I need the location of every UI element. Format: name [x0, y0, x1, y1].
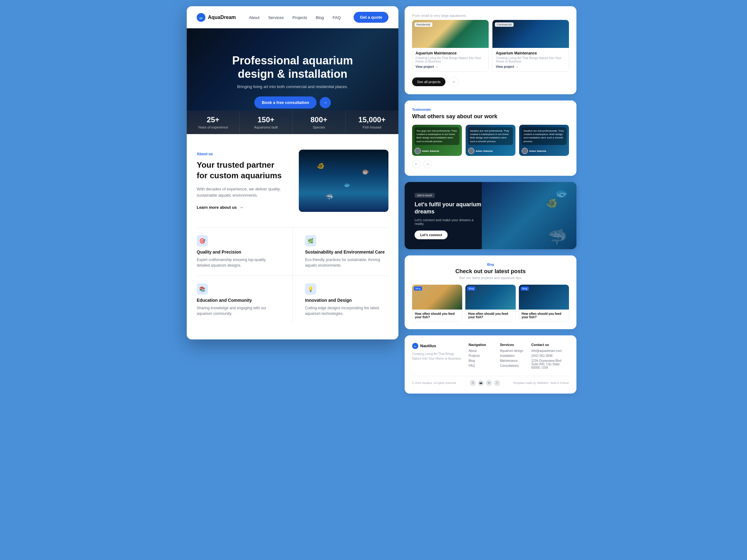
feature-innovation-title: Innovation and Design — [305, 298, 388, 303]
testimonial-avatar-row-2: Adam Sabeela — [468, 148, 493, 154]
blog-badge-1: Blog — [414, 287, 422, 291]
view-project-commercial[interactable]: View project → — [496, 65, 566, 69]
footer-logo-icon: 🐟 — [412, 343, 418, 349]
stat-number-species: 800+ — [299, 115, 339, 124]
blog-image-1: Blog — [412, 285, 462, 310]
facebook-icon[interactable]: f — [494, 380, 500, 386]
learn-more-arrow: → — [239, 205, 243, 210]
project-name-commercial: Aquarium Maintenance — [496, 51, 566, 55]
cta-subtitle: Let's connect and make your dreams a rea… — [415, 218, 483, 225]
nav-projects[interactable]: Projects — [292, 15, 307, 20]
about-text-col: About us Your trusted partner for custom… — [197, 152, 286, 210]
cta-content: Get in touch Let's fulfil your aquarium … — [415, 192, 483, 239]
cta-background: 🐟 🐠 🦈 — [482, 182, 576, 249]
stat-label-fish: Fish housed — [352, 125, 392, 129]
blog-title: Check out our latest posts — [412, 268, 569, 275]
nav-faq[interactable]: FAQ — [333, 15, 341, 20]
nav-links: About Services Projects Blog FAQ — [249, 15, 341, 20]
hero-subtitle: Bringing living art into both commercial… — [215, 84, 370, 89]
fish-icon-1: 🐠 — [317, 162, 325, 169]
cta-tag: Get in touch — [415, 193, 435, 198]
lets-connect-button[interactable]: Let's connect — [415, 231, 447, 239]
learn-more-link[interactable]: Learn more about us → — [197, 205, 286, 210]
cta-title: Let's fulfil your aquarium dreams — [415, 201, 483, 216]
footer-nav-about[interactable]: About — [468, 349, 494, 352]
footer-service-consultations[interactable]: Consultations — [500, 364, 525, 367]
stat-experience: 25+ Years of experience — [187, 110, 240, 134]
about-image: 🐠 🐟 🐡 🦈 — [299, 150, 388, 212]
get-quote-button[interactable]: Get a quote — [354, 12, 388, 23]
stat-fish: 15,000+ Fish housed — [345, 110, 398, 134]
projects-section: From small to very large aquariums. Resi… — [405, 6, 576, 94]
stat-number-experience: 25+ — [193, 115, 233, 124]
quality-icon: 🎯 — [197, 235, 208, 246]
testimonial-prev-button[interactable]: ← — [412, 160, 421, 168]
footer-nav-col: Navigation About Projects Blog FAQ — [468, 343, 494, 371]
footer-service-installation[interactable]: Installation — [500, 354, 525, 357]
innovation-icon: 💡 — [305, 284, 316, 295]
project-name-residential: Aquarium Maintenance — [415, 51, 485, 55]
footer-service-maintenance[interactable]: Maintenance — [500, 359, 525, 363]
linkedin-icon[interactable]: in — [486, 380, 492, 386]
blog-card-2: Blog How often should you feed your fish… — [465, 285, 515, 322]
author-1: Adam Sabeela — [422, 150, 439, 153]
footer-service-design[interactable]: Aquarium design — [500, 349, 525, 352]
footer-grid: 🐟 Nautilus Creating Living Art That Brin… — [412, 343, 569, 371]
nav-about[interactable]: About — [249, 15, 260, 20]
book-consultation-button[interactable]: Book a free consultation — [254, 97, 316, 109]
see-all-projects-button[interactable]: See all projects — [412, 77, 445, 86]
cta-fish-icon-2: 🐠 — [546, 197, 558, 209]
feature-sustainability-title: Sustainability and Environmental Care — [305, 249, 388, 255]
brand-name: AquaDream — [208, 15, 236, 20]
cta-fish-icon-3: 🦈 — [548, 228, 567, 246]
project-image-residential: Residential — [412, 20, 489, 48]
twitter-icon[interactable]: 𝕏 — [470, 380, 476, 386]
aquarium-visual: 🐠 🐟 🐡 🦈 — [299, 150, 388, 212]
navbar: 🐟 AquaDream About Services Projects Blog… — [187, 6, 398, 28]
project-image-commercial: Commercial — [492, 20, 569, 48]
project-badge-residential: Residential — [415, 22, 432, 27]
blog-card-1: Blog How often should you feed your fish… — [412, 285, 462, 322]
about-title: Your trusted partner for custom aquarium… — [197, 160, 286, 181]
project-desc-residential: Creating Living Art That Brings Nature I… — [415, 56, 485, 63]
blog-section: Blog Check out our latest posts See our … — [405, 256, 576, 329]
projects-arrow-button[interactable]: → — [448, 77, 459, 87]
footer-nav-projects[interactable]: Projects — [468, 354, 494, 357]
footer-brand-col: 🐟 Nautilus Creating Living Art That Brin… — [412, 343, 462, 371]
nav-blog[interactable]: Blog — [316, 15, 324, 20]
instagram-icon[interactable]: 📷 — [478, 380, 484, 386]
feature-sustainability-desc: Eco-friendly practices for sustainable, … — [305, 257, 388, 268]
footer-copyright: © 2024 Nautilus. All rights reserved. — [412, 381, 457, 384]
feature-education-desc: Sharing knowledge and engaging with our … — [197, 305, 280, 316]
project-badge-commercial: Commercial — [495, 22, 514, 27]
features-section: 🎯 Quality and Precision Expert craftsman… — [187, 228, 398, 340]
cta-section: 🐟 🐠 🦈 Get in touch Let's fulfil your aqu… — [405, 182, 576, 249]
footer-services-col: Services Aquarium design Installation Ma… — [500, 343, 525, 371]
feature-sustainability: 🌿 Sustainability and Environmental Care … — [292, 228, 388, 276]
about-tag: About us — [197, 152, 286, 156]
blog-card-3: Blog How often should you feed your fish… — [519, 285, 569, 322]
arrow-button[interactable]: → — [320, 97, 331, 108]
testimonial-3: Nautilus are real professionals. They cr… — [519, 125, 569, 156]
feature-education-title: Education and Community — [197, 298, 280, 303]
testimonial-text-1: You guys are real professional. They cre… — [415, 127, 459, 145]
feature-quality-desc: Expert craftsmanship ensuring top-qualit… — [197, 257, 280, 268]
projects-grid: Residential Aquarium Maintenance Creatin… — [412, 20, 569, 72]
stat-species: 800+ Species — [292, 110, 345, 134]
footer-nav-blog[interactable]: Blog — [468, 359, 494, 363]
social-icons: 𝕏 📷 in f — [470, 380, 500, 386]
testimonial-next-button[interactable]: → — [423, 160, 432, 168]
footer-brand-name: Nautilus — [420, 344, 436, 348]
nav-services[interactable]: Services — [268, 15, 284, 20]
view-project-residential[interactable]: View project → — [415, 65, 485, 69]
website-mockup: 🐟 AquaDream About Services Projects Blog… — [187, 6, 398, 340]
footer-nav-heading: Navigation — [468, 343, 494, 347]
footer-contact-heading: Contact us — [531, 343, 569, 347]
project-card-residential: Residential Aquarium Maintenance Creatin… — [412, 20, 489, 72]
avatar-3 — [522, 148, 528, 154]
footer-nav-faq[interactable]: FAQ — [468, 364, 494, 367]
feature-quality: 🎯 Quality and Precision Expert craftsman… — [197, 228, 292, 276]
fish-icon-2: 🐟 — [344, 181, 352, 188]
blog-image-2: Blog — [465, 285, 515, 310]
footer-services-heading: Services — [500, 343, 525, 347]
